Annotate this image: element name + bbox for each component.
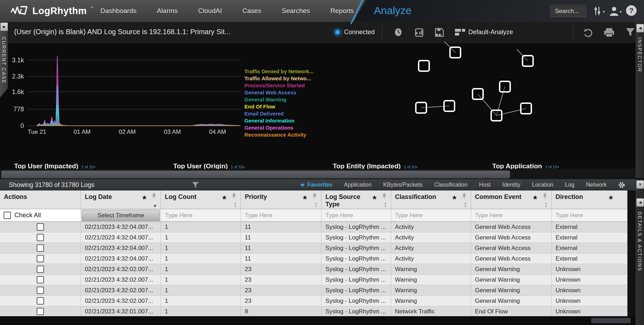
horizontal-scrollbar[interactable] (0, 169, 636, 179)
graph-node[interactable] (522, 55, 534, 67)
column-header-priority[interactable]: Priority★▲▼ (241, 190, 321, 209)
tab-application[interactable]: Application (338, 179, 377, 190)
tab-analyze[interactable]: Analyze (374, 5, 412, 17)
graph-node[interactable] (520, 102, 532, 114)
tab-kbytes-packets[interactable]: KBytes/Packets (377, 179, 428, 190)
horizontal-scrollbar-thumb[interactable] (1, 170, 510, 179)
logs-bottom-scrollbar[interactable] (0, 316, 636, 325)
help-icon[interactable]: ? (626, 5, 637, 16)
current-case-strip[interactable]: ▶ CURRENT CASE (0, 22, 8, 98)
row-checkbox[interactable] (37, 223, 44, 231)
column-pin-icon[interactable] (313, 193, 317, 200)
table-row[interactable]: 02/21/2023 4:32:02.007...123Syslog - Log… (0, 275, 627, 285)
column-header-actions[interactable]: Actions (0, 190, 81, 209)
widget-pager[interactable]: 1 of 10+ (545, 165, 559, 169)
graph-node[interactable] (490, 110, 502, 121)
column-favorite-star-icon[interactable]: ★ (142, 194, 147, 201)
table-row[interactable]: 02/21/2023 4:32:04.007...111Syslog - Log… (0, 222, 627, 232)
sort-toggle-icon[interactable]: ▲▼ (314, 201, 318, 208)
tab-identity[interactable]: Identity (496, 179, 526, 190)
column-favorite-star-icon[interactable]: ★ (221, 194, 227, 201)
column-favorite-star-icon[interactable]: ★ (452, 194, 457, 201)
column-header-log-count[interactable]: Log Count★▲▼ (161, 190, 241, 209)
graph-node[interactable] (418, 60, 430, 72)
graph-node[interactable] (472, 88, 484, 100)
tab-log[interactable]: Log (559, 179, 580, 190)
details-actions-strip[interactable]: ▼ ◀ DETAILS & ACTIONS (636, 179, 644, 325)
logs-bottom-scrollbar-thumb[interactable] (591, 318, 631, 323)
inspector-strip[interactable]: ◀ INSPECTOR (636, 22, 644, 178)
logrhythm-logo[interactable]: LogRhythm ™ (11, 0, 93, 22)
graph-node[interactable] (499, 81, 511, 93)
column-favorite-star-icon[interactable]: ★ (302, 194, 308, 201)
inspector-expand-icon[interactable]: ◀ (636, 24, 644, 32)
logs-filter-icon[interactable] (192, 182, 199, 190)
row-checkbox[interactable] (37, 287, 44, 294)
row-checkbox[interactable] (37, 244, 44, 252)
tab-network[interactable]: Network (580, 179, 612, 190)
filter-input[interactable]: Type Here (161, 212, 192, 219)
search-input[interactable]: Search... (550, 5, 586, 17)
row-checkbox[interactable] (37, 276, 44, 283)
user-caret-icon[interactable]: ▾ (620, 10, 622, 14)
logs-collapse-icon[interactable]: ▼ (636, 180, 644, 189)
filter-input[interactable]: Type Here (471, 212, 502, 219)
row-checkbox[interactable] (37, 308, 44, 315)
widget-pager[interactable]: 1 of 10+ (231, 165, 245, 169)
preferences-caret-icon[interactable]: ▾ (603, 10, 605, 14)
logs-vertical-scrollbar[interactable] (627, 190, 636, 316)
column-header-common-event[interactable]: Common Event★▲▼ (471, 190, 552, 209)
filter-input[interactable]: Type Here (391, 212, 423, 219)
column-header-log-source-type[interactable]: Log Source Type★▲▼ (321, 190, 391, 209)
nav-item-cloudai[interactable]: CloudAI (198, 7, 222, 15)
table-row[interactable]: 02/21/2023 4:32:02.007...123Syslog - Log… (0, 296, 627, 306)
tab-host[interactable]: Host (473, 179, 496, 190)
tab-location[interactable]: Location (526, 179, 559, 190)
row-checkbox[interactable] (37, 255, 44, 262)
tab-classification[interactable]: Classification (428, 179, 473, 190)
column-header-direction[interactable]: Direction★ (552, 190, 627, 209)
column-pin-icon[interactable] (152, 193, 156, 200)
graph-node[interactable] (415, 102, 427, 114)
column-favorite-star-icon[interactable]: ★ (372, 194, 377, 201)
filter-input[interactable]: Type Here (552, 212, 583, 219)
row-checkbox[interactable] (37, 297, 44, 305)
nav-item-searches[interactable]: Searches (282, 7, 310, 15)
table-row[interactable]: 02/21/2023 4:32:04.007...111Syslog - Log… (0, 232, 627, 243)
sort-desc-icon[interactable]: ▼ (153, 205, 157, 208)
table-row[interactable]: 02/21/2023 4:32:02.007...123Syslog - Log… (0, 285, 627, 296)
nav-item-cases[interactable]: Cases (242, 7, 261, 15)
widget-pager[interactable]: 1 of 10+ (81, 165, 95, 169)
sort-toggle-icon[interactable]: ▲▼ (464, 201, 467, 208)
sort-toggle-icon[interactable]: ▲▼ (233, 201, 237, 208)
column-pin-icon[interactable] (462, 193, 466, 200)
column-header-classification[interactable]: Classification★▲▼ (391, 190, 471, 209)
tab-favorites[interactable]: ★Favorites (294, 179, 338, 190)
details-expand-icon[interactable]: ◀ (636, 198, 644, 207)
table-row[interactable]: 02/21/2023 4:32:01.007...18Syslog - LogR… (0, 306, 627, 317)
graph-node[interactable] (443, 100, 455, 112)
column-favorite-star-icon[interactable]: ★ (608, 194, 614, 201)
row-checkbox[interactable] (37, 234, 44, 241)
table-row[interactable]: 02/21/2023 4:32:04.007...111Syslog - Log… (0, 243, 627, 254)
check-all-checkbox[interactable] (4, 212, 11, 219)
graph-node[interactable] (449, 46, 461, 58)
filter-input[interactable]: Type Here (241, 212, 272, 219)
filter-input[interactable]: Type Here (321, 212, 353, 219)
preferences-sliders-icon[interactable] (594, 6, 601, 17)
column-pin-icon[interactable] (232, 193, 236, 200)
nav-item-dashboards[interactable]: Dashboards (100, 7, 136, 15)
table-row[interactable]: 02/21/2023 4:32:02.007...123Syslog - Log… (0, 264, 627, 275)
column-pin-icon[interactable] (543, 193, 547, 200)
current-case-expand-icon[interactable]: ▶ (0, 23, 8, 31)
column-pin-icon[interactable] (382, 193, 386, 200)
select-timeframe-button[interactable]: Select Timeframe (82, 210, 160, 221)
nav-item-alarms[interactable]: Alarms (157, 7, 177, 15)
sort-toggle-icon[interactable]: ▲▼ (384, 201, 387, 208)
user-icon[interactable] (609, 6, 619, 17)
sort-toggle-icon[interactable]: ▲▼ (544, 201, 548, 208)
table-row[interactable]: 02/21/2023 4:32:04.007...111Syslog - Log… (0, 254, 627, 264)
column-header-log-date[interactable]: Log Date★▼ (81, 190, 161, 209)
widget-pager[interactable]: 1 of 10+ (404, 165, 418, 169)
nav-item-reports[interactable]: Reports (330, 7, 354, 15)
